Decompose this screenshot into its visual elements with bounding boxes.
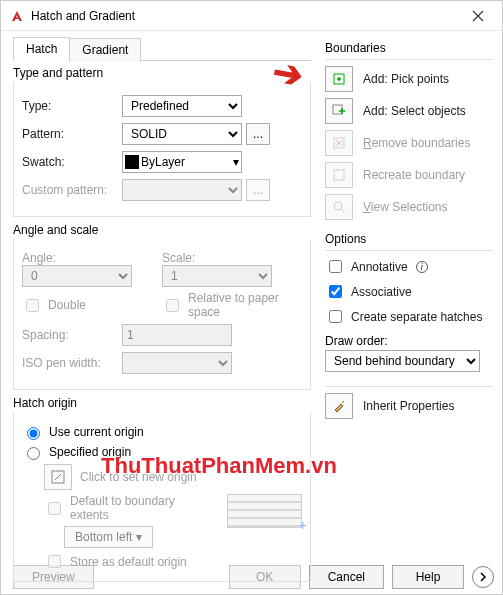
create-separate-checkbox[interactable]: Create separate hatches xyxy=(325,307,492,326)
pick-points-row: Add: Pick points xyxy=(325,66,492,92)
spacing-input xyxy=(122,324,232,346)
draw-order-label: Draw order: xyxy=(325,334,492,348)
iso-select xyxy=(122,352,232,374)
spacing-label: Spacing: xyxy=(22,328,122,342)
pattern-browse-button[interactable]: ... xyxy=(246,123,270,145)
window-title: Hatch and Gradient xyxy=(31,9,455,23)
help-button[interactable]: Help xyxy=(392,565,464,589)
scale-label: Scale: xyxy=(162,251,262,265)
custom-pattern-browse-button: ... xyxy=(246,179,270,201)
inherit-properties-label: Inherit Properties xyxy=(363,399,454,413)
scale-select: 1 xyxy=(162,265,272,287)
angle-select: 0 xyxy=(22,265,132,287)
origin-group: Use current origin Specified origin Clic… xyxy=(13,412,311,582)
select-objects-button[interactable] xyxy=(325,98,353,124)
tab-hatch[interactable]: Hatch xyxy=(13,37,70,61)
annotative-checkbox[interactable]: Annotativei xyxy=(325,257,492,276)
svg-rect-2 xyxy=(333,105,342,114)
origin-preview-swatch xyxy=(227,494,302,528)
view-selections-button xyxy=(325,194,353,220)
angle-scale-legend: Angle and scale xyxy=(13,223,311,237)
relative-checkbox: Relative to paper space xyxy=(162,291,302,319)
pick-points-label: Add: Pick points xyxy=(363,72,449,86)
swatch-value: ByLayer xyxy=(141,155,233,169)
swatch-select[interactable]: ByLayer ▾ xyxy=(122,151,242,173)
info-icon: i xyxy=(416,261,428,273)
recreate-boundary-row: Recreate boundary xyxy=(325,162,492,188)
store-default-checkbox: Store as default origin xyxy=(44,552,302,571)
set-origin-button xyxy=(44,464,72,490)
watermark-text: ThuThuatPhanMem.vn xyxy=(101,453,337,479)
iso-label: ISO pen width: xyxy=(22,356,122,370)
type-label: Type: xyxy=(22,99,122,113)
angle-label: Angle: xyxy=(22,251,122,265)
custom-pattern-select xyxy=(122,179,242,201)
recreate-boundary-button xyxy=(325,162,353,188)
tab-gradient[interactable]: Gradient xyxy=(69,38,141,62)
options-legend: Options xyxy=(325,232,492,246)
associative-checkbox[interactable]: Associative xyxy=(325,282,492,301)
inherit-properties-button[interactable] xyxy=(325,393,353,419)
boundaries-legend: Boundaries xyxy=(325,41,492,55)
svg-rect-4 xyxy=(334,170,344,180)
angle-scale-group: Angle: 0 Scale: 1 Double Relative to pap… xyxy=(13,239,311,390)
app-icon xyxy=(9,8,25,24)
origin-position-select: Bottom left ▾ xyxy=(64,526,153,548)
type-pattern-group: Type: Predefined Pattern: SOLID ... Swat… xyxy=(13,82,311,217)
type-select[interactable]: Predefined xyxy=(122,95,242,117)
swatch-color-icon xyxy=(125,155,139,169)
close-button[interactable] xyxy=(455,2,500,30)
pattern-select[interactable]: SOLID xyxy=(122,123,242,145)
custom-pattern-label: Custom pattern: xyxy=(22,183,122,197)
chevron-down-icon: ▾ xyxy=(233,155,239,169)
expand-button[interactable] xyxy=(472,566,494,588)
cancel-button[interactable]: Cancel xyxy=(309,565,384,589)
pattern-label: Pattern: xyxy=(22,127,122,141)
default-extents-checkbox: Default to boundary extents xyxy=(44,494,211,522)
origin-legend: Hatch origin xyxy=(13,396,311,410)
double-checkbox: Double xyxy=(22,296,162,315)
select-objects-row: Add: Select objects xyxy=(325,98,492,124)
select-objects-label: Add: Select objects xyxy=(363,104,466,118)
chevron-down-icon: ▾ xyxy=(136,530,142,544)
inherit-properties-row: Inherit Properties xyxy=(325,393,492,419)
remove-boundaries-row: RRemove boundariesemove boundaries xyxy=(325,130,492,156)
svg-point-5 xyxy=(334,202,342,210)
draw-order-select[interactable]: Send behind boundary xyxy=(325,350,480,372)
type-pattern-legend: Type and pattern xyxy=(13,66,311,80)
remove-boundaries-button xyxy=(325,130,353,156)
swatch-label: Swatch: xyxy=(22,155,122,169)
view-selections-row: View SelectionsView Selections xyxy=(325,194,492,220)
pick-points-button[interactable] xyxy=(325,66,353,92)
use-current-origin-radio[interactable]: Use current origin xyxy=(22,424,302,440)
